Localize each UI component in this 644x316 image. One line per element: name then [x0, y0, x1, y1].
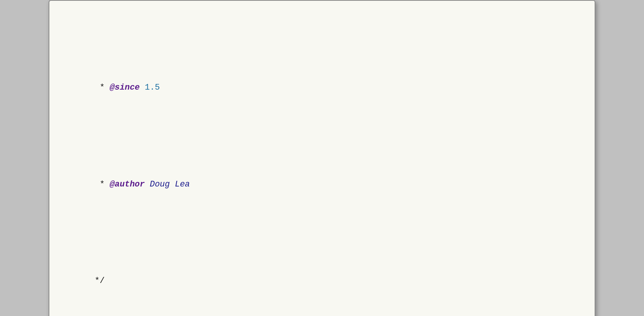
line-since: * @since 1.5: [65, 67, 579, 109]
code-content: * @since 1.5 * @author Doug Lea */ publi…: [65, 12, 579, 316]
code-window: * @since 1.5 * @author Doug Lea */ publi…: [49, 0, 595, 316]
line-comment-close: */: [65, 260, 579, 302]
line-author: * @author Doug Lea: [65, 164, 579, 205]
